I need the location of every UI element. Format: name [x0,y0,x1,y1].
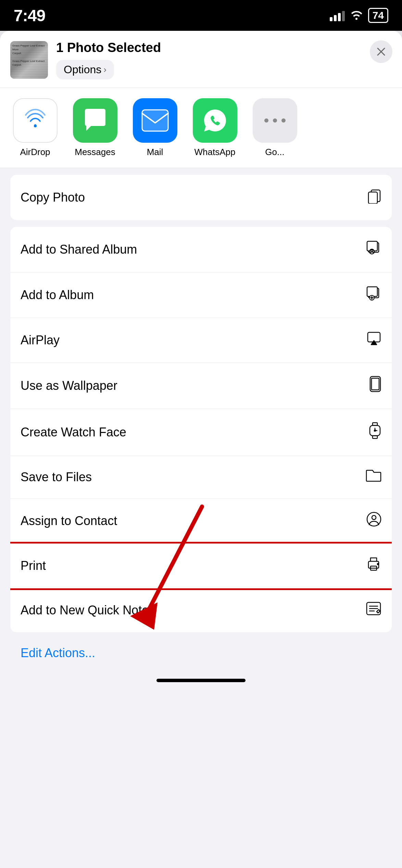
add-album-row[interactable]: Add to Album [10,272,392,318]
battery-icon: 74 [368,8,388,23]
share-sheet: Grass Pepper Leaf Extract MoreCarpull. G… [0,31,402,868]
create-watch-face-label: Create Watch Face [21,425,126,439]
contact-icon [366,512,381,530]
app-name-messages: Messages [75,147,115,157]
home-indicator [156,679,246,682]
assign-contact-label: Assign to Contact [21,514,117,528]
add-album-label: Add to Album [21,288,94,302]
app-item-whatsapp[interactable]: WhatsApp [187,98,243,157]
add-quick-note-row[interactable]: Add to New Quick Note [10,588,392,632]
add-quick-note-label: Add to New Quick Note [21,603,149,617]
save-files-row[interactable]: Save to Files [10,456,392,499]
close-button[interactable] [370,40,392,63]
wifi-icon [350,8,363,23]
svg-point-4 [264,118,268,123]
status-time: 7:49 [14,6,45,25]
watch-icon [368,422,381,443]
add-shared-album-row[interactable]: Add to Shared Album [10,227,392,272]
photo-thumbnail: Grass Pepper Leaf Extract MoreCarpull. G… [10,41,48,79]
save-files-label: Save to Files [21,470,92,484]
svg-point-28 [372,515,376,520]
wallpaper-icon [369,376,381,396]
print-row[interactable]: Print [10,544,392,588]
quick-note-icon [366,601,381,619]
mail-icon [133,98,177,143]
actions-list: Copy Photo Add to Shared Album [0,168,402,671]
more-icon [253,98,297,143]
status-bar: 7:49 74 [0,0,402,31]
app-item-more[interactable]: Go... [247,98,303,157]
app-name-airdrop: AirDrop [20,147,50,157]
app-item-messages[interactable]: Messages [67,98,123,157]
airplay-label: AirPlay [21,333,60,347]
airdrop-icon [13,98,58,143]
assign-contact-row[interactable]: Assign to Contact [10,499,392,544]
create-watch-face-row[interactable]: Create Watch Face [10,409,392,456]
copy-photo-group: Copy Photo [10,175,392,220]
use-wallpaper-label: Use as Wallpaper [21,379,117,393]
whatsapp-icon [193,98,237,143]
edit-actions-button[interactable]: Edit Actions... [10,639,392,664]
add-shared-album-label: Add to Shared Album [21,242,137,257]
svg-rect-23 [373,436,377,438]
app-item-mail[interactable]: Mail [127,98,183,157]
svg-point-1 [34,125,37,127]
airplay-icon [366,331,381,349]
svg-point-6 [281,118,286,123]
app-name-mail: Mail [147,147,163,157]
copy-photo-icon [367,188,381,207]
options-button[interactable]: Options › [56,60,114,79]
add-album-icon [366,285,381,305]
svg-point-31 [377,563,379,565]
app-item-airdrop[interactable]: AirDrop [7,98,63,157]
files-icon [366,469,381,485]
copy-photo-row[interactable]: Copy Photo [10,175,392,220]
svg-point-5 [273,118,277,123]
svg-rect-8 [368,192,377,204]
use-wallpaper-row[interactable]: Use as Wallpaper [10,363,392,409]
photo-selected-title: 1 Photo Selected [56,40,392,55]
svg-rect-2 [142,110,168,131]
signal-icon [330,10,345,21]
apps-row: AirDrop Messages Mail [0,88,402,168]
svg-rect-22 [373,423,377,425]
sheet-header: Grass Pepper Leaf Extract MoreCarpull. G… [0,31,402,88]
shared-album-icon [366,240,381,259]
print-icon [366,557,381,575]
svg-rect-20 [372,378,379,390]
svg-rect-14 [367,287,377,296]
chevron-right-icon: › [103,64,106,75]
print-label: Print [21,559,46,573]
app-name-more: Go... [265,147,284,157]
airplay-row[interactable]: AirPlay [10,318,392,363]
app-name-whatsapp: WhatsApp [194,147,236,157]
header-info: 1 Photo Selected Options › [56,40,392,79]
main-actions-group: Add to Shared Album Add to Album [10,227,392,632]
copy-photo-label: Copy Photo [21,190,85,205]
messages-icon [73,98,117,143]
status-icons: 74 [330,8,388,23]
